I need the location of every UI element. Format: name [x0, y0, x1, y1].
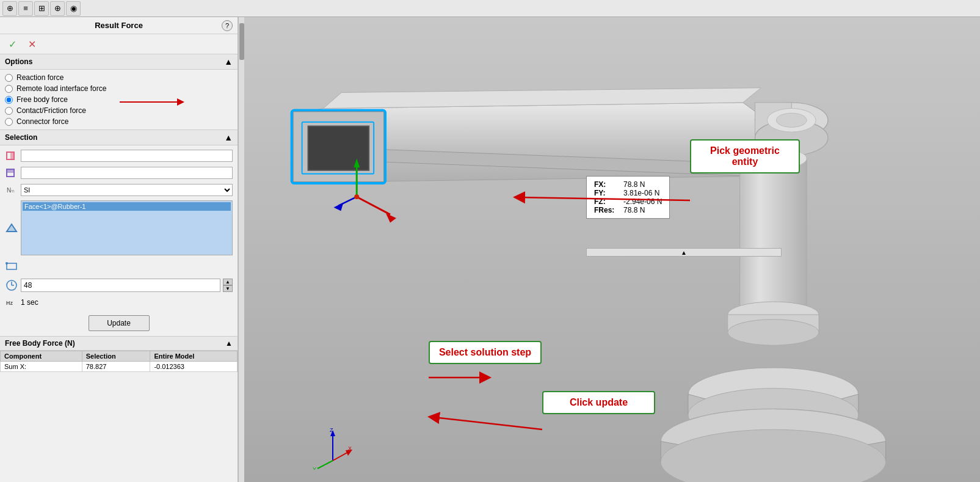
- update-row: Update: [0, 310, 238, 336]
- toolbar-btn-5[interactable]: ◉: [66, 1, 81, 16]
- units-icon: N m: [5, 183, 18, 197]
- svg-rect-2: [10, 152, 14, 159]
- panel-content: Options ▲ Reaction force Remote load int…: [0, 54, 238, 482]
- toolbar-btn-4[interactable]: ⊕: [50, 1, 65, 16]
- step-input[interactable]: 48: [21, 279, 220, 292]
- force-box-collapse[interactable]: ▲: [586, 248, 782, 257]
- table-row: Sum X: 78.827 -0.012363: [1, 362, 238, 372]
- spin-up-btn[interactable]: ▲: [223, 279, 233, 285]
- remote-radio[interactable]: [5, 85, 13, 93]
- svg-text:m: m: [10, 188, 15, 194]
- fz-value: -2.94e-06 N: [623, 197, 662, 206]
- reaction-radio[interactable]: [5, 74, 13, 82]
- option-contact[interactable]: Contact/Friction force: [5, 106, 233, 115]
- step-row: 48 ▲ ▼: [0, 276, 238, 294]
- face-selection-item: Face<1>@Rubber-1: [23, 202, 231, 211]
- bottom-section-header: Free Body Force (N) ▲: [0, 337, 238, 351]
- fres-value: 78.8 N: [623, 206, 645, 214]
- fres-label: FRes:: [594, 206, 619, 214]
- main-area: Result Force ? ✓ ✕ Options ▲ Reaction fo…: [0, 17, 980, 482]
- svg-rect-34: [308, 126, 369, 170]
- row-entire-model: -0.012363: [150, 362, 238, 372]
- row-component: Sum X:: [1, 362, 82, 372]
- option-freebody[interactable]: Free body force: [5, 95, 233, 104]
- fx-label: FX:: [594, 180, 619, 189]
- panel-title: Result Force: [95, 21, 143, 30]
- select-step-callout: Select solution step: [429, 341, 542, 364]
- col-component: Component: [1, 351, 82, 362]
- selection-collapse-btn[interactable]: ▲: [224, 133, 233, 142]
- option-reaction[interactable]: Reaction force: [5, 73, 233, 82]
- force-data-box: FX: 78.8 N FY: 3.81e-06 N FZ: -2.94e-06 …: [586, 176, 670, 219]
- time-icon: Hz: [5, 296, 18, 309]
- scrollbar-thumb: [239, 23, 244, 60]
- spin-down-btn[interactable]: ▼: [223, 285, 233, 292]
- bottom-section: Free Body Force (N) ▲ Component Selectio…: [0, 336, 238, 372]
- selection-section-header: Selection ▲: [0, 130, 238, 145]
- options-section-header: Options ▲: [0, 54, 238, 70]
- geometry-input-1[interactable]: [21, 150, 233, 162]
- selection-icon-2: [5, 166, 18, 180]
- corner-icon: [5, 259, 18, 272]
- connector-label: Connector force: [16, 117, 68, 126]
- options-label: Options: [5, 57, 32, 66]
- selection-row-1: [5, 149, 233, 162]
- step-icon: [5, 279, 18, 292]
- face-selection-box[interactable]: Face<1>@Rubber-1: [21, 200, 233, 255]
- svg-rect-4: [7, 169, 14, 173]
- selection-icon-1: [5, 149, 18, 162]
- panel-header: Result Force ?: [0, 17, 238, 34]
- units-dropdown[interactable]: SI English: [21, 184, 233, 196]
- option-connector[interactable]: Connector force: [5, 117, 233, 126]
- help-button[interactable]: ?: [222, 20, 233, 31]
- svg-point-42: [354, 194, 359, 199]
- selection-row-face: Face<1>@Rubber-1: [5, 200, 233, 255]
- row-selection: 78.827: [82, 362, 150, 372]
- reaction-label: Reaction force: [16, 73, 64, 82]
- svg-marker-8: [7, 224, 16, 232]
- result-table: Component Selection Entire Model Sum X: …: [0, 351, 238, 372]
- option-remote[interactable]: Remote load interface force: [5, 84, 233, 93]
- panel-actions: ✓ ✕: [0, 34, 238, 54]
- freebody-radio[interactable]: [5, 96, 13, 104]
- selection-section: N m SI English: [0, 145, 238, 276]
- connector-radio[interactable]: [5, 118, 13, 126]
- fz-label: FZ:: [594, 197, 619, 206]
- freebody-label: Free body force: [16, 95, 68, 104]
- bottom-section-collapse[interactable]: ▲: [225, 339, 233, 348]
- fx-value: 78.8 N: [623, 180, 645, 189]
- left-panel: Result Force ? ✓ ✕ Options ▲ Reaction fo…: [0, 17, 238, 482]
- fy-value: 3.81e-06 N: [623, 189, 659, 197]
- col-entire-model: Entire Model: [150, 351, 238, 362]
- toolbar-btn-3[interactable]: ⊞: [34, 1, 49, 16]
- selection-row-corner: [5, 259, 233, 272]
- contact-radio[interactable]: [5, 107, 13, 115]
- options-section: Reaction force Remote load interface for…: [0, 70, 238, 130]
- select-step-text: Select solution step: [439, 347, 531, 357]
- update-button[interactable]: Update: [89, 315, 150, 331]
- cancel-button[interactable]: ✕: [24, 37, 39, 51]
- pick-entity-text: Pick geometric entity: [710, 145, 780, 167]
- svg-point-21: [776, 113, 807, 127]
- svg-point-10: [5, 262, 8, 265]
- svg-point-31: [728, 320, 819, 345]
- click-update-callout: Click update: [542, 391, 655, 414]
- toolbar-btn-1[interactable]: ⊕: [2, 1, 17, 16]
- options-collapse-btn[interactable]: ▲: [224, 57, 233, 67]
- geometry-input-2[interactable]: [21, 167, 233, 179]
- selection-row-2: [5, 166, 233, 180]
- viewport[interactable]: ▶ Contact (Symmetry...: [244, 17, 980, 482]
- toolbar-btn-2[interactable]: ≡: [18, 1, 33, 16]
- top-toolbar: ⊕ ≡ ⊞ ⊕ ◉: [0, 0, 980, 17]
- panel-scrollbar[interactable]: [238, 17, 244, 482]
- selection-row-units: N m SI English: [5, 183, 233, 197]
- fy-label: FY:: [594, 189, 619, 197]
- svg-rect-23: [740, 158, 807, 305]
- step-spinner: ▲ ▼: [223, 279, 233, 292]
- click-update-text: Click update: [570, 397, 628, 407]
- svg-text:Hz: Hz: [6, 300, 13, 306]
- contact-label: Contact/Friction force: [16, 106, 86, 115]
- confirm-button[interactable]: ✓: [5, 37, 20, 51]
- time-label: 1 sec: [21, 298, 38, 307]
- time-row: Hz 1 sec: [0, 294, 238, 310]
